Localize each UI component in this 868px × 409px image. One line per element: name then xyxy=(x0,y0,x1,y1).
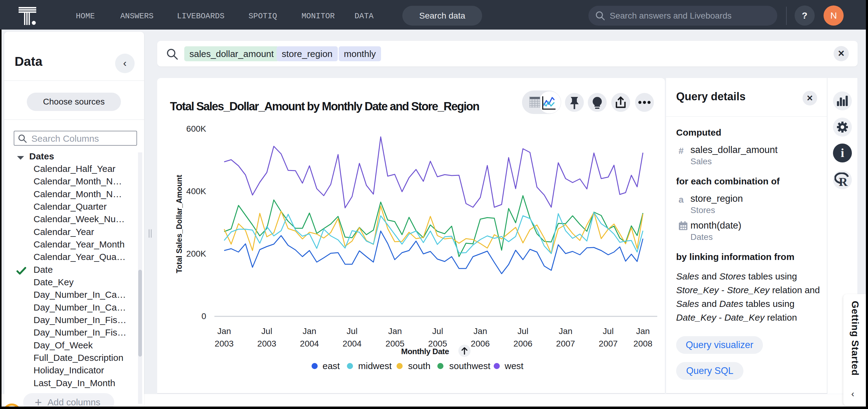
svg-text:600K: 600K xyxy=(186,124,207,134)
svg-text:0: 0 xyxy=(201,312,206,321)
svg-text:Total Sales_Dollar_Amount: Total Sales_Dollar_Amount xyxy=(175,175,183,273)
svg-text:R: R xyxy=(839,175,848,187)
svg-text:400K: 400K xyxy=(186,186,207,196)
svg-text:200K: 200K xyxy=(186,249,207,258)
